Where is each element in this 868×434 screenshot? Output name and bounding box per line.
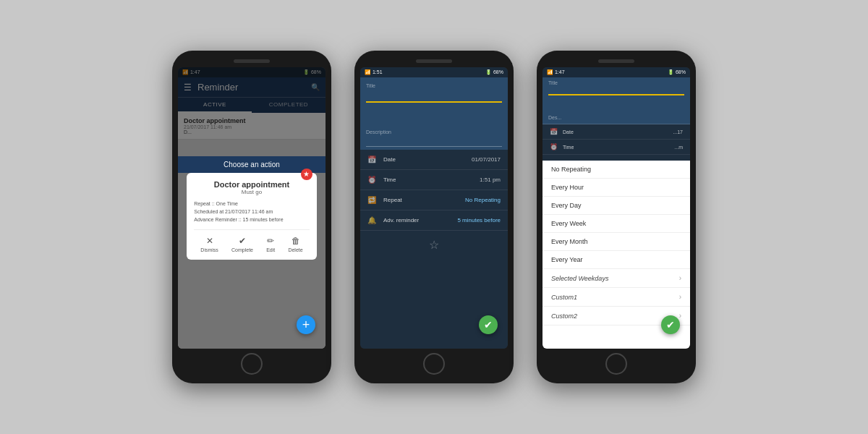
home-button-2[interactable] bbox=[423, 353, 445, 375]
repeat-option-custom1[interactable]: Custom1 › bbox=[542, 288, 690, 307]
repeat-option-every-year-label: Every Year bbox=[551, 256, 681, 263]
desc-label: Description bbox=[366, 129, 391, 135]
action-overlay: Choose an action ★ Doctor appointment Mu… bbox=[178, 67, 326, 349]
fab-confirm-3[interactable]: ✔ bbox=[661, 315, 680, 334]
phone-2-status-left: 📶 1:51 bbox=[365, 69, 383, 75]
phone-2-speaker bbox=[416, 59, 452, 63]
complete-icon: ✔ bbox=[239, 236, 246, 246]
chevron-right-icon-2: › bbox=[679, 293, 681, 301]
action-buttons: ✕ Dismiss ✔ Complete ✏ Edit 🗑 bbox=[194, 229, 310, 252]
phone-3-status-left: 📶 1:47 bbox=[547, 69, 565, 75]
form-header: Title bbox=[360, 77, 508, 121]
desc-underline bbox=[366, 137, 502, 147]
repeat-option-every-hour-label: Every Hour bbox=[551, 184, 681, 191]
repeat-option-every-week-label: Every Week bbox=[551, 220, 681, 227]
phone-3-status-bar: 📶 1:47 🔋 68% bbox=[542, 67, 690, 77]
reminder-label: Adv. reminder bbox=[383, 217, 451, 224]
repeat-option-every-month[interactable]: Every Month bbox=[542, 233, 690, 251]
time-label: Time bbox=[383, 176, 474, 183]
phone-3-screen: 📶 1:47 🔋 68% Title Des... 📅 Date ...17 bbox=[542, 67, 690, 349]
phone-3-speaker bbox=[598, 59, 634, 63]
phone3-desc-area: Des... bbox=[542, 108, 690, 124]
phone3-time-label: Time bbox=[563, 145, 670, 150]
phone3-time-icon: ⏰ bbox=[550, 143, 558, 150]
repeat-option-selected-weekdays-label: Selected Weekdays bbox=[551, 275, 679, 282]
phone-2: 📶 1:51 🔋 68% Title Description 📅 Date 01… bbox=[354, 51, 514, 383]
phone-1: 📶 1:47 🔋 68% ☰ Reminder 🔍 ACTIVE COMPLET… bbox=[172, 51, 331, 383]
home-button-1[interactable] bbox=[241, 353, 263, 375]
fab-add[interactable]: + bbox=[297, 315, 315, 334]
repeat-option-no-repeating[interactable]: No Repeating bbox=[542, 161, 690, 179]
repeat-option-every-year[interactable]: Every Year bbox=[542, 251, 690, 269]
phone3-header: Title bbox=[542, 77, 690, 108]
phone3-date-row[interactable]: 📅 Date ...17 bbox=[542, 124, 690, 140]
phone-3-status-right: 🔋 68% bbox=[668, 69, 686, 75]
card-title: Doctor appointment bbox=[194, 180, 310, 189]
repeat-option-every-day[interactable]: Every Day bbox=[542, 197, 690, 215]
reminder-icon: 🔔 bbox=[367, 216, 378, 224]
repeat-icon: 🔁 bbox=[367, 196, 378, 204]
date-field-row[interactable]: 📅 Date 01/07/2017 bbox=[360, 150, 508, 170]
repeat-value: No Repeating bbox=[465, 197, 501, 203]
repeat-option-no-repeating-label: No Repeating bbox=[551, 166, 681, 173]
edit-button[interactable]: ✏ Edit bbox=[266, 236, 275, 252]
phone-1-screen: 📶 1:47 🔋 68% ☰ Reminder 🔍 ACTIVE COMPLET… bbox=[178, 67, 326, 349]
repeat-option-every-week[interactable]: Every Week bbox=[542, 215, 690, 233]
chevron-right-icon: › bbox=[679, 274, 681, 282]
adv-reminder-field-row[interactable]: 🔔 Adv. reminder 5 minutes before bbox=[360, 210, 508, 231]
form-desc-area: Description bbox=[360, 121, 508, 150]
chevron-right-icon-3: › bbox=[679, 312, 681, 320]
time-icon: ⏰ bbox=[367, 176, 378, 184]
phone3-title-label: Title bbox=[548, 80, 684, 85]
home-button-3[interactable] bbox=[605, 353, 627, 375]
time-value: 1:51 pm bbox=[480, 176, 501, 183]
phone3-time-value: ...m bbox=[674, 145, 683, 150]
dismiss-label: Dismiss bbox=[200, 247, 218, 252]
repeat-option-every-month-label: Every Month bbox=[551, 238, 681, 245]
star-badge: ★ bbox=[301, 169, 312, 180]
edit-icon: ✏ bbox=[267, 236, 274, 246]
phone3-fields: 📅 Date ...17 ⏰ Time ...m bbox=[542, 124, 690, 161]
dismiss-button[interactable]: ✕ Dismiss bbox=[200, 236, 218, 252]
date-icon: 📅 bbox=[367, 156, 378, 163]
repeat-option-custom1-label: Custom1 bbox=[551, 294, 679, 301]
date-label: Date bbox=[383, 156, 466, 163]
star-row[interactable]: ☆ bbox=[360, 231, 508, 259]
title-label: Title bbox=[366, 83, 502, 88]
phone-2-status-bar: 📶 1:51 🔋 68% bbox=[360, 67, 508, 77]
delete-button[interactable]: 🗑 Delete bbox=[288, 236, 302, 252]
repeat-option-custom2-label: Custom2 bbox=[551, 312, 679, 320]
phone-1-speaker bbox=[234, 59, 270, 63]
phone3-date-label: Date bbox=[563, 129, 668, 135]
repeat-option-selected-weekdays[interactable]: Selected Weekdays › bbox=[542, 269, 690, 288]
phone-2-screen: 📶 1:51 🔋 68% Title Description 📅 Date 01… bbox=[360, 67, 508, 349]
delete-label: Delete bbox=[288, 247, 302, 252]
phone-3: 📶 1:47 🔋 68% Title Des... 📅 Date ...17 bbox=[537, 51, 696, 383]
card-info: Repeat :: One Time Scheduled at 21/07/20… bbox=[194, 200, 310, 224]
complete-button[interactable]: ✔ Complete bbox=[231, 236, 253, 252]
phone3-time-row[interactable]: ⏰ Time ...m bbox=[542, 140, 690, 155]
action-card: ★ Doctor appointment Must go Repeat :: O… bbox=[187, 173, 317, 260]
phone3-date-icon: 📅 bbox=[550, 128, 558, 135]
time-field-row[interactable]: ⏰ Time 1:51 pm bbox=[360, 170, 508, 190]
phone3-desc-label: Des... bbox=[548, 115, 561, 120]
repeat-field-row[interactable]: 🔁 Repeat No Repeating bbox=[360, 190, 508, 210]
dismiss-icon: ✕ bbox=[206, 236, 213, 246]
fab-confirm[interactable]: ✔ bbox=[479, 315, 498, 334]
phone-2-status-right: 🔋 68% bbox=[485, 69, 503, 75]
reminder-value: 5 minutes before bbox=[457, 217, 501, 224]
complete-label: Complete bbox=[231, 247, 253, 252]
title-underline bbox=[366, 90, 502, 103]
date-value: 01/07/2017 bbox=[472, 156, 501, 163]
repeat-option-every-hour[interactable]: Every Hour bbox=[542, 179, 690, 197]
edit-label: Edit bbox=[266, 247, 275, 252]
phones-container: 📶 1:47 🔋 68% ☰ Reminder 🔍 ACTIVE COMPLET… bbox=[0, 51, 868, 383]
phone3-date-value: ...17 bbox=[673, 129, 683, 135]
repeat-option-every-day-label: Every Day bbox=[551, 202, 681, 209]
delete-icon: 🗑 bbox=[292, 236, 300, 246]
star-icon: ☆ bbox=[429, 238, 439, 252]
card-subtitle: Must go bbox=[194, 189, 310, 195]
repeat-label: Repeat bbox=[383, 197, 459, 203]
phone3-title-underline bbox=[548, 85, 684, 95]
